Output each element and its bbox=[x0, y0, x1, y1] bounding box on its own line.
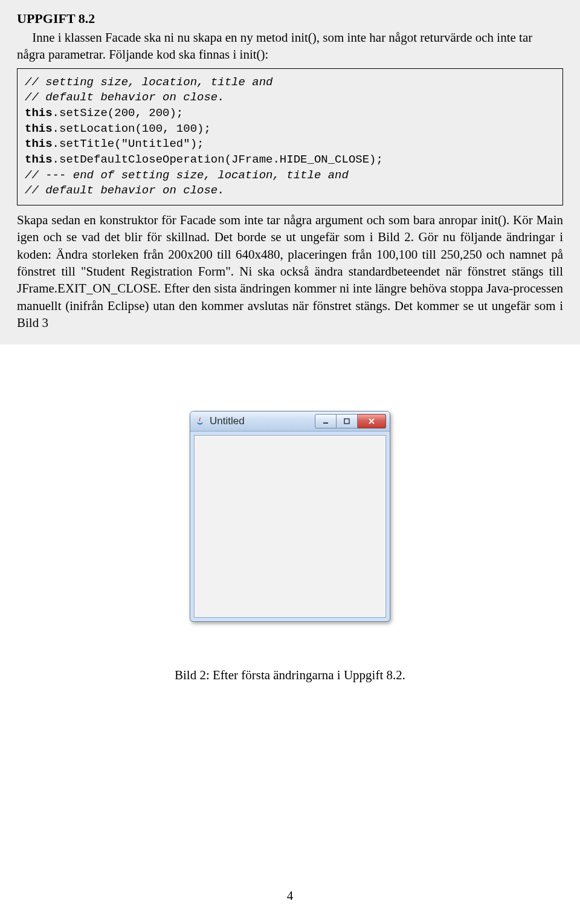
task-after-text: Skapa sedan en konstruktor för Facade so… bbox=[17, 212, 563, 331]
java-icon bbox=[195, 416, 205, 426]
code-keyword: this bbox=[25, 122, 53, 135]
window-buttons bbox=[315, 414, 386, 428]
code-comment: // default behavior on close. bbox=[25, 91, 225, 104]
task-intro: Inne i klassen Facade ska ni nu skapa en… bbox=[17, 29, 563, 63]
window-client-area bbox=[194, 435, 386, 618]
task-heading: UPPGIFT 8.2 bbox=[17, 11, 563, 27]
close-button[interactable] bbox=[358, 414, 386, 428]
minimize-button[interactable] bbox=[315, 414, 337, 428]
code-comment: // default behavior on close. bbox=[25, 184, 225, 197]
code-text: .setLocation(100, 100); bbox=[53, 122, 211, 135]
code-text: .setTitle("Untitled"); bbox=[53, 137, 204, 150]
code-keyword: this bbox=[25, 106, 53, 120]
maximize-button[interactable] bbox=[337, 414, 358, 428]
code-keyword: this bbox=[25, 137, 53, 150]
window-title: Untitled bbox=[210, 415, 245, 427]
task-graybox: UPPGIFT 8.2 Inne i klassen Facade ska ni… bbox=[0, 0, 580, 344]
svg-rect-0 bbox=[323, 422, 328, 424]
close-icon bbox=[367, 418, 376, 425]
page-number: 4 bbox=[0, 888, 580, 903]
code-text: .setSize(200, 200); bbox=[53, 106, 184, 120]
app-window: Untitled bbox=[190, 411, 390, 622]
maximize-icon bbox=[343, 418, 350, 425]
figure-area: Untitled Bild 2: Efter första ändringar bbox=[0, 411, 580, 683]
minimize-icon bbox=[322, 418, 329, 425]
figure-caption: Bild 2: Efter första ändringarna i Uppgi… bbox=[0, 668, 580, 683]
svg-rect-1 bbox=[344, 419, 349, 424]
titlebar[interactable]: Untitled bbox=[190, 412, 390, 431]
code-keyword: this bbox=[25, 153, 53, 166]
code-text: .setDefaultCloseOperation(JFrame.HIDE_ON… bbox=[53, 153, 383, 166]
code-listing: // setting size, location, title and // … bbox=[17, 68, 563, 205]
task-after-paragraph: Skapa sedan en konstruktor för Facade so… bbox=[17, 212, 563, 331]
code-comment: // setting size, location, title and bbox=[25, 76, 272, 89]
code-comment: // --- end of setting size, location, ti… bbox=[25, 169, 349, 182]
